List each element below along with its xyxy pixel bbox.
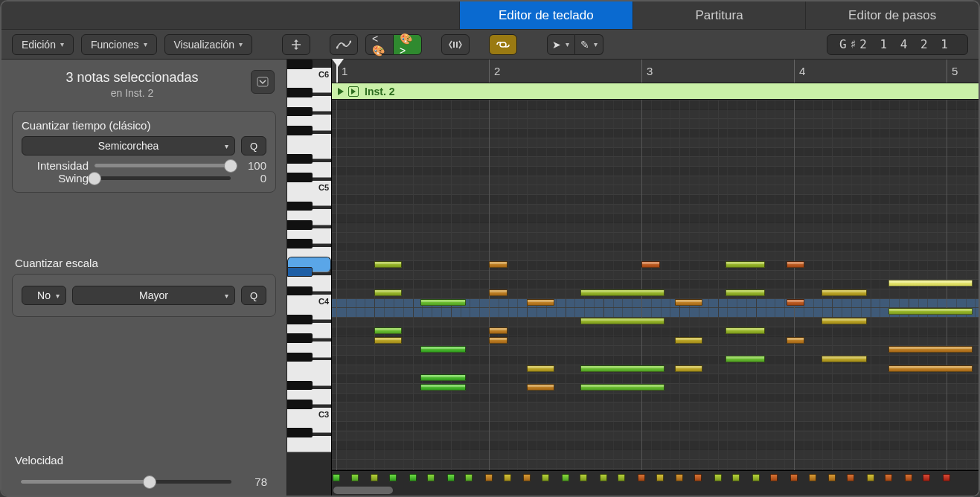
midi-note[interactable] — [822, 289, 868, 296]
velocity-marker[interactable] — [504, 474, 511, 481]
velocity-marker[interactable] — [790, 474, 798, 481]
menu-view[interactable]: Visualización▾ — [164, 34, 252, 55]
black-key[interactable] — [287, 107, 313, 117]
black-key[interactable] — [287, 126, 313, 135]
black-key[interactable] — [287, 333, 313, 343]
midi-note[interactable] — [787, 261, 805, 268]
velocity-marker[interactable] — [485, 474, 493, 481]
catch-playhead-button[interactable] — [282, 34, 310, 55]
black-key[interactable] — [287, 239, 313, 248]
scale-type-select[interactable]: Mayor▾ — [72, 286, 235, 305]
velocity-marker[interactable] — [656, 474, 664, 481]
white-key[interactable] — [287, 436, 331, 452]
menu-functions[interactable]: Funciones▾ — [81, 34, 157, 55]
velocity-marker[interactable] — [714, 474, 722, 481]
midi-note[interactable] — [489, 337, 507, 344]
black-key[interactable] — [287, 154, 313, 164]
black-key[interactable] — [287, 286, 313, 296]
black-key[interactable] — [287, 202, 313, 211]
midi-note[interactable] — [374, 261, 402, 268]
velocity-marker[interactable] — [389, 474, 397, 481]
locator-display[interactable]: G♯2 1 4 2 1 — [827, 34, 968, 55]
midi-note[interactable] — [675, 365, 702, 372]
quantize-apply-button[interactable]: Q — [241, 136, 266, 155]
midi-note[interactable] — [489, 261, 507, 268]
velocity-marker[interactable] — [523, 474, 531, 481]
velocity-marker[interactable] — [676, 474, 683, 481]
velocity-marker[interactable] — [618, 474, 625, 481]
black-key[interactable] — [287, 400, 313, 409]
velocity-marker[interactable] — [447, 474, 455, 481]
velocity-marker[interactable] — [923, 474, 930, 481]
black-key[interactable] — [287, 315, 313, 324]
midi-note[interactable] — [527, 384, 554, 391]
velocity-marker[interactable] — [694, 474, 702, 481]
black-key[interactable] — [287, 267, 313, 277]
pointer-tool[interactable]: ➤▾ — [547, 34, 575, 55]
black-key[interactable] — [287, 60, 313, 69]
velocity-marker[interactable] — [371, 474, 378, 481]
velocity-marker[interactable] — [847, 474, 854, 481]
menu-edit[interactable]: Edición▾ — [12, 34, 74, 55]
velocity-marker[interactable] — [409, 474, 417, 481]
pencil-tool[interactable]: ✎▾ — [575, 34, 603, 55]
midi-note[interactable] — [374, 327, 402, 334]
black-key[interactable] — [287, 381, 313, 391]
midi-note[interactable] — [580, 289, 664, 296]
midi-note[interactable] — [888, 365, 973, 372]
tab-step[interactable]: Editor de pasos — [805, 1, 979, 29]
midi-note[interactable] — [675, 337, 702, 344]
strength-slider[interactable] — [95, 164, 231, 167]
velocity-lane[interactable] — [332, 470, 979, 485]
midi-note[interactable] — [420, 374, 467, 381]
midi-note[interactable] — [822, 318, 868, 324]
midi-note[interactable] — [580, 384, 664, 391]
scale-enable-select[interactable]: No▾ — [22, 286, 66, 305]
midi-note[interactable] — [726, 356, 765, 362]
velocity-marker[interactable] — [885, 474, 892, 481]
velocity-marker[interactable] — [562, 474, 569, 481]
collapse-button[interactable] — [441, 34, 470, 55]
scale-apply-button[interactable]: Q — [241, 286, 266, 305]
velocity-marker[interactable] — [351, 474, 359, 481]
midi-note[interactable] — [888, 280, 973, 286]
midi-note[interactable] — [489, 327, 507, 334]
midi-note[interactable] — [420, 299, 467, 306]
velocity-marker[interactable] — [333, 474, 340, 481]
midi-note[interactable] — [374, 337, 402, 344]
horizontal-scrollbar[interactable] — [332, 485, 979, 496]
midi-note[interactable] — [888, 346, 973, 353]
midi-note[interactable] — [787, 337, 805, 344]
midi-note[interactable] — [726, 327, 765, 334]
velocity-marker[interactable] — [770, 474, 778, 481]
velocity-marker[interactable] — [465, 474, 473, 481]
velocity-marker[interactable] — [638, 474, 645, 481]
velocity-marker[interactable] — [542, 474, 549, 481]
midi-note[interactable] — [580, 318, 664, 324]
black-key[interactable] — [287, 353, 313, 362]
midi-note[interactable] — [888, 308, 973, 315]
midi-in-button[interactable]: <🎨 — [365, 34, 394, 55]
midi-note[interactable] — [726, 261, 765, 268]
play-region-icon[interactable] — [348, 86, 359, 97]
velocity-marker[interactable] — [427, 474, 435, 481]
midi-note[interactable] — [420, 346, 467, 353]
note-grid[interactable] — [332, 100, 979, 470]
playhead[interactable] — [336, 60, 338, 83]
black-key[interactable] — [287, 88, 313, 97]
region-header[interactable]: Inst. 2 — [332, 83, 979, 100]
midi-note[interactable] — [822, 356, 868, 362]
bar-ruler[interactable]: 12345 — [332, 60, 979, 83]
midi-note[interactable] — [726, 289, 765, 296]
midi-note[interactable] — [641, 261, 660, 268]
inspector-disclosure-button[interactable] — [251, 70, 275, 94]
midi-note[interactable] — [374, 289, 402, 296]
velocity-marker[interactable] — [905, 474, 912, 481]
velocity-slider[interactable] — [21, 480, 231, 484]
midi-note[interactable] — [420, 384, 467, 391]
piano-keyboard[interactable]: C6C5C4C3 — [287, 60, 332, 496]
midi-note[interactable] — [580, 365, 664, 372]
velocity-marker[interactable] — [867, 474, 874, 481]
midi-note[interactable] — [787, 299, 805, 306]
midi-note[interactable] — [489, 289, 507, 296]
